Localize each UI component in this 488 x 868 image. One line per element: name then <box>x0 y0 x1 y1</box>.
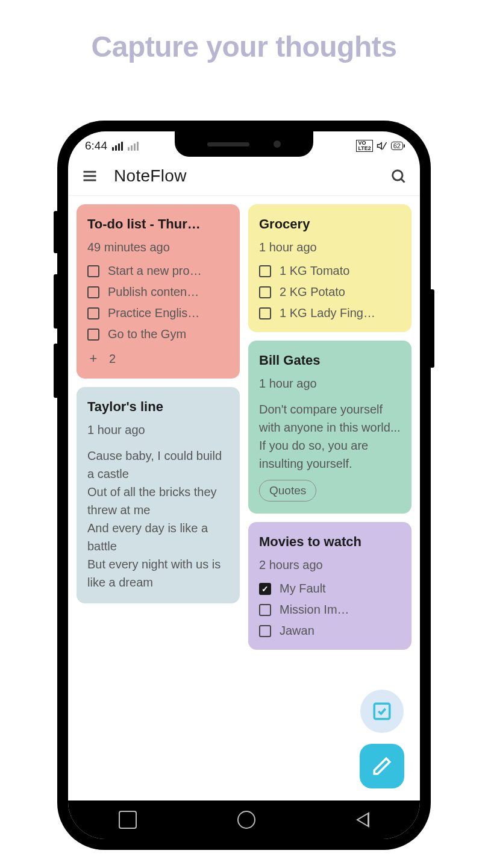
svg-line-0 <box>383 142 387 149</box>
svg-point-4 <box>393 171 402 180</box>
note-time: 1 hour ago <box>259 377 401 391</box>
battery-icon: 62 <box>391 142 403 150</box>
check-label: 2 KG Potato <box>280 285 345 299</box>
checkbox-icon <box>259 604 271 616</box>
note-time: 2 hours ago <box>259 558 401 572</box>
menu-icon[interactable] <box>81 168 98 184</box>
phone-frame: 6:44 VOLTE2 62 NoteFlow To-do list - Thu… <box>57 121 431 850</box>
checkbox-icon <box>259 286 271 298</box>
note-body: Cause baby, I could build a castle Out o… <box>87 447 229 591</box>
note-title: Bill Gates <box>259 353 401 368</box>
check-label: 1 KG Lady Fing… <box>280 306 375 320</box>
check-item: 2 KG Potato <box>259 285 401 299</box>
check-label: Publish conten… <box>108 285 199 299</box>
checkbox-icon <box>87 265 99 277</box>
check-label: Practice Englis… <box>108 306 199 320</box>
fab-compose-button[interactable] <box>360 744 404 788</box>
checkbox-icon <box>259 265 271 277</box>
note-title: To-do list - Thur… <box>87 216 229 232</box>
nav-home-button[interactable] <box>237 811 255 829</box>
check-label: My Fault <box>280 582 326 596</box>
check-item: Jawan <box>259 624 401 638</box>
phone-notch <box>175 131 313 157</box>
check-label: Jawan <box>280 624 314 638</box>
check-label: Go to the Gym <box>108 327 186 341</box>
note-title: Grocery <box>259 216 401 232</box>
checkbox-icon <box>87 307 99 319</box>
check-item: My Fault <box>259 582 401 596</box>
check-item: Publish conten… <box>87 285 229 299</box>
note-time: 1 hour ago <box>87 423 229 437</box>
check-item: Practice Englis… <box>87 306 229 320</box>
check-label: Start a new pro… <box>108 264 202 278</box>
note-time: 49 minutes ago <box>87 241 229 254</box>
search-icon[interactable] <box>390 168 407 184</box>
note-card-movies[interactable]: Movies to watch 2 hours ago My Fault Mis… <box>248 522 411 650</box>
check-label: Mission Im… <box>280 603 349 617</box>
checkbox-outline-icon <box>372 701 392 722</box>
signal-icon-2 <box>128 142 139 151</box>
note-card-grocery[interactable]: Grocery 1 hour ago 1 KG Tomato 2 KG Pota… <box>248 204 411 332</box>
note-card-todo[interactable]: To-do list - Thur… 49 minutes ago Start … <box>77 204 240 379</box>
pencil-icon <box>372 756 392 776</box>
checkbox-checked-icon <box>259 583 271 595</box>
check-item: 1 KG Lady Fing… <box>259 306 401 320</box>
page-headline: Capture your thoughts <box>0 30 488 63</box>
nav-back-button[interactable] <box>356 812 369 828</box>
app-title: NoteFlow <box>114 166 374 186</box>
fab-checklist-button[interactable] <box>360 690 404 733</box>
phone-screen: 6:44 VOLTE2 62 NoteFlow To-do list - Thu… <box>68 131 420 839</box>
check-item: Mission Im… <box>259 603 401 617</box>
status-time: 6:44 <box>85 139 107 153</box>
plus-icon: + <box>87 351 99 366</box>
note-body: Don't compare yourself with anyone in th… <box>259 400 401 473</box>
note-card-billgates[interactable]: Bill Gates 1 hour ago Don't compare your… <box>248 341 411 514</box>
signal-icon <box>112 142 123 151</box>
svg-line-5 <box>401 179 404 182</box>
more-items: +2 <box>87 351 229 366</box>
checkbox-icon <box>259 307 271 319</box>
check-item: 1 KG Tomato <box>259 264 401 278</box>
note-time: 1 hour ago <box>259 241 401 254</box>
check-label: 1 KG Tomato <box>280 264 349 278</box>
check-item: Go to the Gym <box>87 327 229 341</box>
note-card-taylor[interactable]: Taylor's line 1 hour ago Cause baby, I c… <box>77 387 240 603</box>
tag-chip[interactable]: Quotes <box>259 480 316 502</box>
nav-recent-button[interactable] <box>119 811 137 829</box>
more-count: 2 <box>109 352 116 366</box>
checkbox-icon <box>87 329 99 341</box>
checkbox-icon <box>87 286 99 298</box>
check-item: Start a new pro… <box>87 264 229 278</box>
volte-icon: VOLTE2 <box>356 140 372 152</box>
note-title: Movies to watch <box>259 534 401 550</box>
checkbox-icon <box>259 625 271 637</box>
android-nav-bar <box>68 800 420 839</box>
note-title: Taylor's line <box>87 399 229 415</box>
mute-icon <box>377 140 387 151</box>
app-bar: NoteFlow <box>68 157 420 196</box>
